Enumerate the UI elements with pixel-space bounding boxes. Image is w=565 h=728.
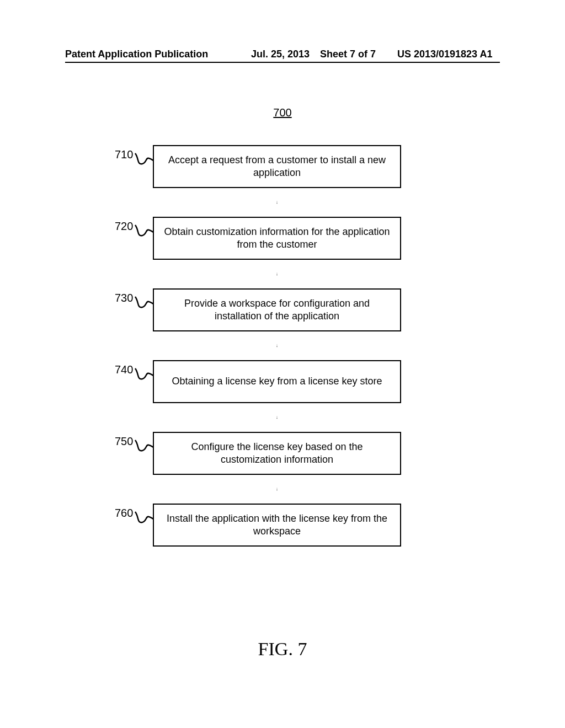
step-number: 740 — [115, 363, 133, 376]
publication-label: Patent Application Publication — [65, 49, 208, 60]
flowchart: 710 Accept a request from a customer to … — [66, 145, 497, 575]
leader-line-icon — [135, 368, 153, 383]
leader-line-icon — [135, 296, 153, 312]
leader-line-icon — [135, 224, 153, 240]
patent-page: Patent Application Publication Jul. 25, … — [0, 0, 565, 728]
flow-step: 710 Accept a request from a customer to … — [66, 145, 497, 217]
flow-step: 720 Obtain customization information for… — [66, 217, 497, 288]
arrow-down-icon — [276, 331, 278, 360]
figure-reference-number: 700 — [0, 106, 565, 119]
step-number: 720 — [115, 220, 133, 233]
arrow-down-icon — [276, 403, 278, 432]
arrow-down-icon — [276, 475, 278, 504]
svg-marker-9 — [276, 490, 278, 490]
publication-date: Jul. 25, 2013 — [251, 49, 310, 60]
flow-step: 740 Obtaining a license key from a licen… — [66, 360, 497, 432]
flow-step: 750 Configure the license key based on t… — [66, 432, 497, 504]
flow-step: 760 Install the application with the lic… — [66, 504, 497, 575]
flow-box: Provide a workspace for configuration an… — [153, 288, 401, 331]
leader-line-icon — [135, 153, 153, 168]
flow-step: 730 Provide a workspace for configuratio… — [66, 288, 497, 360]
flow-box: Accept a request from a customer to inst… — [153, 145, 401, 188]
svg-marker-5 — [276, 346, 278, 347]
sheet-number: Sheet 7 of 7 — [320, 49, 376, 60]
step-number: 760 — [115, 507, 133, 520]
leader-line-icon — [135, 511, 153, 527]
leader-line-icon — [135, 440, 153, 455]
flow-box: Obtain customization information for the… — [153, 217, 401, 260]
step-number: 750 — [115, 435, 133, 448]
step-number: 710 — [115, 148, 133, 161]
figure-caption: FIG. 7 — [0, 639, 565, 660]
svg-marker-7 — [276, 418, 278, 419]
svg-marker-3 — [276, 275, 278, 275]
arrow-down-icon — [276, 188, 278, 217]
svg-marker-1 — [276, 203, 278, 204]
flow-box: Install the application with the license… — [153, 504, 401, 547]
step-number: 730 — [115, 292, 133, 304]
flow-box: Configure the license key based on the c… — [153, 432, 401, 475]
arrow-down-icon — [276, 260, 278, 288]
document-number: US 2013/0191823 A1 — [397, 49, 492, 60]
flow-box: Obtaining a license key from a license k… — [153, 360, 401, 403]
header-rule — [65, 62, 500, 63]
